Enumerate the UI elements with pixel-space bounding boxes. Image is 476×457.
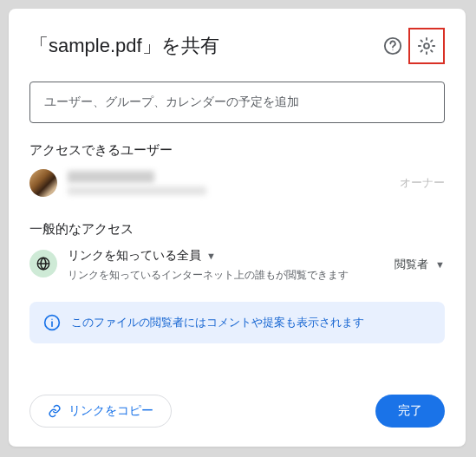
svg-point-6 <box>51 319 52 320</box>
gear-icon <box>417 36 436 55</box>
user-info <box>68 171 389 195</box>
general-access-label: 一般的なアクセス <box>29 221 445 238</box>
access-scope-desc: リンクを知っているインターネット上の誰もが閲覧できます <box>68 267 384 283</box>
dialog-header: 「sample.pdf」を共有 <box>29 28 445 64</box>
info-banner: このファイルの閲覧者にはコメントや提案も表示されます <box>29 302 445 343</box>
general-access-row: リンクを知っている全員 ▼ リンクを知っているインターネット上の誰もが閲覧できま… <box>29 248 445 283</box>
link-icon <box>48 404 62 418</box>
settings-button[interactable] <box>408 28 445 64</box>
access-main: リンクを知っている全員 ▼ リンクを知っているインターネット上の誰もが閲覧できま… <box>68 248 384 283</box>
avatar <box>29 169 57 197</box>
done-button[interactable]: 完了 <box>375 395 445 428</box>
svg-point-1 <box>392 49 393 50</box>
access-users-label: アクセスできるユーザー <box>29 142 445 159</box>
globe-badge <box>29 250 57 277</box>
share-dialog: 「sample.pdf」を共有 ユーザー、グループ、カレンダーの予定を追加 アク… <box>9 9 466 447</box>
access-scope-title: リンクを知っている全員 <box>68 248 201 264</box>
caret-down-icon: ▼ <box>435 259 445 270</box>
copy-link-button[interactable]: リンクをコピー <box>29 395 172 428</box>
owner-label: オーナー <box>400 175 445 191</box>
people-input-placeholder: ユーザー、グループ、カレンダーの予定を追加 <box>44 95 430 110</box>
copy-link-label: リンクをコピー <box>68 403 153 419</box>
user-email-redacted <box>68 186 206 195</box>
dialog-title: 「sample.pdf」を共有 <box>29 33 377 59</box>
caret-down-icon: ▼ <box>206 251 216 261</box>
dialog-footer: リンクをコピー 完了 <box>29 395 445 428</box>
role-select[interactable]: 閲覧者 ▼ <box>394 248 445 272</box>
svg-point-2 <box>424 43 429 49</box>
globe-icon <box>36 256 51 271</box>
role-label: 閲覧者 <box>394 257 428 272</box>
info-icon <box>43 314 61 331</box>
help-icon <box>383 36 402 55</box>
done-label: 完了 <box>398 403 422 417</box>
people-input[interactable]: ユーザー、グループ、カレンダーの予定を追加 <box>29 82 445 123</box>
access-scope-select[interactable]: リンクを知っている全員 ▼ <box>68 248 384 264</box>
user-row: オーナー <box>29 169 445 197</box>
info-text: このファイルの閲覧者にはコメントや提案も表示されます <box>71 315 364 330</box>
user-name-redacted <box>68 171 154 183</box>
help-button[interactable] <box>377 30 408 62</box>
